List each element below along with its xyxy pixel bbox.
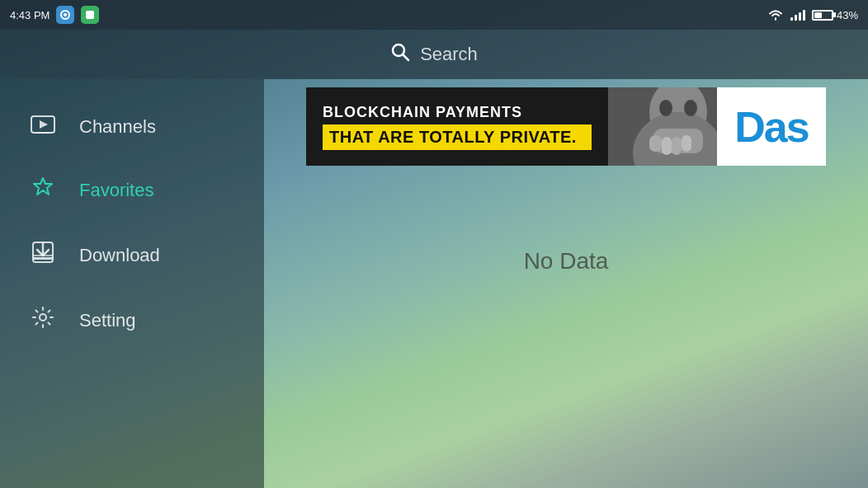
search-bar[interactable]: Search [0,30,868,79]
dash-logo: Das [734,102,808,152]
svg-point-13 [40,314,46,321]
svg-marker-9 [40,120,48,129]
time-display: 4:43 PM [10,9,50,21]
search-placeholder: Search [420,44,478,65]
ad-content-left: BLOCKCHAIN PAYMENTS THAT ARE TOTALLY PRI… [306,87,608,166]
svg-point-17 [659,100,672,116]
sidebar-item-setting[interactable]: Setting [0,288,264,353]
ad-top-text: BLOCKCHAIN PAYMENTS [323,104,592,121]
svg-rect-22 [672,137,682,155]
no-data-text: No Data [524,248,609,274]
setting-icon [30,306,56,335]
favorites-icon [30,176,56,204]
svg-rect-23 [682,135,691,152]
search-icon [390,42,410,67]
wifi-icon [767,9,784,21]
battery-indicator: 43% [812,9,858,21]
battery-percent: 43% [837,9,858,21]
ad-banner[interactable]: BLOCKCHAIN PAYMENTS THAT ARE TOTALLY PRI… [306,87,826,166]
status-right: 43% [767,9,858,21]
svg-point-18 [684,100,697,116]
signal-icon [790,10,805,21]
svg-rect-2 [86,11,94,19]
sidebar-item-favorites[interactable]: Favorites [0,157,264,223]
setting-label: Setting [79,310,136,331]
ad-face-svg [608,87,717,166]
ad-logo-area: Das [717,87,826,166]
ad-image [608,87,717,166]
sidebar: Channels Favorites Download [0,79,264,488]
sidebar-item-download[interactable]: Download [0,223,264,288]
svg-line-4 [403,55,409,61]
ad-bottom-text: THAT ARE TOTALLY PRIVATE. [323,124,592,150]
svg-rect-10 [33,257,53,260]
app1-icon [56,6,74,24]
sidebar-item-channels[interactable]: Channels [0,96,264,157]
channels-icon [30,114,56,139]
app2-icon [81,6,99,24]
favorites-label: Favorites [79,180,153,201]
download-label: Download [79,245,160,266]
channels-label: Channels [79,116,156,138]
svg-point-1 [64,13,67,16]
status-left: 4:43 PM [10,6,99,24]
status-bar: 4:43 PM [0,0,868,30]
main-content: BLOCKCHAIN PAYMENTS THAT ARE TOTALLY PRI… [264,79,868,488]
svg-rect-21 [662,137,672,155]
svg-rect-20 [649,135,662,152]
download-icon [30,241,56,270]
